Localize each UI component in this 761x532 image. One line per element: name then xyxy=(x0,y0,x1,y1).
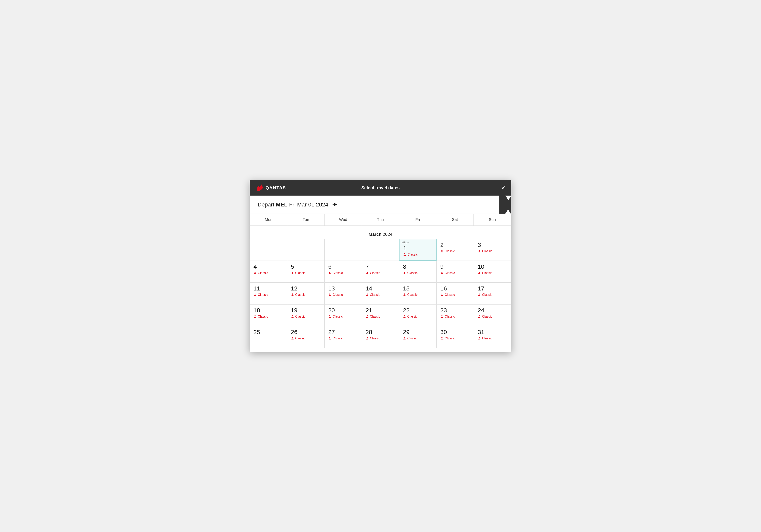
person-icon xyxy=(328,337,331,340)
fare-label: Classic xyxy=(366,315,395,319)
fare-label: Classic xyxy=(291,337,321,340)
fare-label: Classic xyxy=(440,250,470,253)
close-button[interactable]: ✕ xyxy=(501,185,505,190)
fare-text: Classic xyxy=(407,315,418,319)
day-number: 11 xyxy=(254,285,283,291)
cal-cell[interactable]: 31Classic xyxy=(474,326,511,348)
cal-cell[interactable]: 22Classic xyxy=(399,304,437,326)
fare-label: Classic xyxy=(403,253,433,257)
cal-cell[interactable]: 21Classic xyxy=(362,304,399,326)
svg-point-2 xyxy=(441,250,442,251)
day-number: 30 xyxy=(440,329,470,335)
day-number: 18 xyxy=(254,307,283,313)
svg-point-28 xyxy=(404,337,405,338)
cal-cell[interactable]: 25 xyxy=(250,326,287,348)
fare-text: Classic xyxy=(445,293,455,297)
qantas-logo: QANTAS xyxy=(256,184,286,192)
day-number: 19 xyxy=(291,307,321,313)
day-number: 10 xyxy=(478,264,507,270)
cal-cell[interactable]: 7Classic xyxy=(362,261,399,282)
cal-cell[interactable]: 14Classic xyxy=(362,282,399,304)
day-number: 17 xyxy=(478,285,507,291)
svg-marker-0 xyxy=(257,185,263,191)
day-headers: MonTueWedThuFriSatSun xyxy=(250,214,511,226)
svg-point-19 xyxy=(292,315,293,316)
fare-text: Classic xyxy=(370,293,380,297)
person-icon xyxy=(478,271,481,275)
cal-cell[interactable]: 28Classic xyxy=(362,326,399,348)
fare-text: Classic xyxy=(258,293,268,297)
fare-label: Classic xyxy=(403,337,433,340)
cal-cell[interactable]: 6Classic xyxy=(324,261,362,282)
cal-cell[interactable]: 3Classic xyxy=(474,239,511,261)
person-icon xyxy=(403,337,406,340)
day-number: 23 xyxy=(440,307,470,313)
cal-cell[interactable]: MEL→1Classic xyxy=(399,239,437,261)
cal-cell[interactable]: 10Classic xyxy=(474,261,511,282)
fare-label: Classic xyxy=(328,271,358,275)
cal-cell xyxy=(250,239,287,261)
fare-text: Classic xyxy=(332,315,343,319)
day-number: 12 xyxy=(291,285,321,291)
svg-point-20 xyxy=(329,315,330,316)
day-number: 4 xyxy=(254,264,283,270)
person-icon xyxy=(440,250,443,253)
cal-cell[interactable]: 12Classic xyxy=(287,282,324,304)
day-number: 8 xyxy=(403,264,433,270)
person-icon xyxy=(254,315,257,318)
svg-point-6 xyxy=(329,272,330,273)
cal-cell[interactable]: 17Classic xyxy=(474,282,511,304)
depart-bar-arrow xyxy=(499,196,511,213)
cal-cell[interactable]: 4Classic xyxy=(250,261,287,282)
day-number: 2 xyxy=(440,242,470,248)
cal-cell[interactable]: 15Classic xyxy=(399,282,437,304)
svg-point-16 xyxy=(441,293,442,294)
day-number: 13 xyxy=(328,285,358,291)
cal-cell[interactable]: 30Classic xyxy=(437,326,474,348)
fare-label: Classic xyxy=(291,315,321,319)
fare-text: Classic xyxy=(295,315,306,319)
fare-label: Classic xyxy=(291,293,321,297)
person-icon xyxy=(291,337,294,340)
fare-text: Classic xyxy=(407,337,418,340)
fare-label: Classic xyxy=(403,271,433,275)
day-header-thu: Thu xyxy=(362,214,399,225)
fare-text: Classic xyxy=(482,337,492,340)
cal-cell[interactable]: 11Classic xyxy=(250,282,287,304)
person-icon xyxy=(403,253,406,256)
cal-cell xyxy=(362,239,399,261)
person-icon xyxy=(403,271,406,275)
fare-text: Classic xyxy=(295,337,306,340)
cal-cell[interactable]: 18Classic xyxy=(250,304,287,326)
person-icon xyxy=(440,271,443,275)
cal-cell[interactable]: 27Classic xyxy=(324,326,362,348)
fare-text: Classic xyxy=(445,337,455,340)
cal-cell[interactable]: 26Classic xyxy=(287,326,324,348)
cal-cell[interactable]: 16Classic xyxy=(437,282,474,304)
fare-text: Classic xyxy=(295,293,306,297)
cal-cell[interactable]: 19Classic xyxy=(287,304,324,326)
cal-cell[interactable]: 8Classic xyxy=(399,261,437,282)
logo-text: QANTAS xyxy=(265,185,286,190)
fare-text: Classic xyxy=(370,337,380,340)
day-number: 20 xyxy=(328,307,358,313)
cal-cell[interactable]: 13Classic xyxy=(324,282,362,304)
day-number: 15 xyxy=(403,285,433,291)
cal-cell[interactable]: 2Classic xyxy=(437,239,474,261)
person-icon xyxy=(478,337,481,340)
person-icon xyxy=(403,293,406,296)
svg-point-29 xyxy=(441,337,442,338)
fare-label: Classic xyxy=(403,293,433,297)
day-number: 22 xyxy=(403,307,433,313)
svg-point-24 xyxy=(479,315,480,316)
day-number: 16 xyxy=(440,285,470,291)
cal-cell[interactable]: 5Classic xyxy=(287,261,324,282)
svg-point-14 xyxy=(367,293,368,294)
person-icon xyxy=(478,250,481,253)
cal-cell[interactable]: 20Classic xyxy=(324,304,362,326)
cal-cell[interactable]: 29Classic xyxy=(399,326,437,348)
cal-cell[interactable]: 9Classic xyxy=(437,261,474,282)
cal-cell[interactable]: 23Classic xyxy=(437,304,474,326)
cal-cell[interactable]: 24Classic xyxy=(474,304,511,326)
day-number: 27 xyxy=(328,329,358,335)
